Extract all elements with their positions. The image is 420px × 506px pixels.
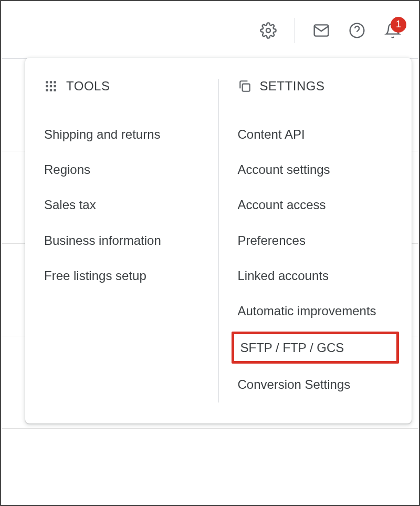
menu-item-automatic-improvements[interactable]: Automatic improvements xyxy=(238,293,393,328)
svg-rect-4 xyxy=(46,81,48,83)
dropdown-panel: TOOLS Shipping and returns Regions Sales… xyxy=(25,58,412,424)
svg-rect-9 xyxy=(54,85,56,87)
tools-header: TOOLS xyxy=(44,79,200,94)
menu-item-preferences[interactable]: Preferences xyxy=(238,223,393,258)
menu-item-conversion-settings[interactable]: Conversion Settings xyxy=(238,367,393,402)
settings-title: SETTINGS xyxy=(260,79,325,94)
svg-rect-11 xyxy=(50,89,52,91)
svg-rect-5 xyxy=(50,81,52,83)
mail-icon[interactable] xyxy=(312,21,331,40)
svg-rect-6 xyxy=(54,81,56,83)
tools-column: TOOLS Shipping and returns Regions Sales… xyxy=(25,79,219,402)
bell-icon[interactable]: 1 xyxy=(383,21,402,40)
menu-item-account-settings[interactable]: Account settings xyxy=(238,152,393,187)
menu-item-account-access[interactable]: Account access xyxy=(238,187,393,222)
menu-item-content-api[interactable]: Content API xyxy=(238,117,393,152)
svg-rect-8 xyxy=(50,85,52,87)
notification-badge: 1 xyxy=(391,17,406,33)
menu-item-free-listings-setup[interactable]: Free listings setup xyxy=(44,258,200,293)
menu-item-shipping-returns[interactable]: Shipping and returns xyxy=(44,117,200,152)
menu-item-linked-accounts[interactable]: Linked accounts xyxy=(238,258,393,293)
svg-rect-12 xyxy=(54,89,56,91)
svg-point-2 xyxy=(350,23,364,37)
copy-icon xyxy=(238,79,251,93)
menu-item-sales-tax[interactable]: Sales tax xyxy=(44,187,200,222)
header-divider xyxy=(295,18,295,43)
help-icon[interactable] xyxy=(348,21,366,40)
menu-item-regions[interactable]: Regions xyxy=(44,152,200,187)
tools-title: TOOLS xyxy=(66,79,110,94)
settings-column: SETTINGS Content API Account settings Ac… xyxy=(219,79,412,402)
menu-item-sftp-ftp-gcs[interactable]: SFTP / FTP / GCS xyxy=(232,332,400,364)
gear-icon[interactable] xyxy=(259,21,278,40)
svg-rect-10 xyxy=(46,89,48,91)
svg-point-0 xyxy=(266,28,270,33)
grid-icon xyxy=(44,79,58,93)
settings-header: SETTINGS xyxy=(238,79,393,94)
header-bar: 1 xyxy=(2,2,418,59)
menu-item-business-information[interactable]: Business information xyxy=(44,223,200,258)
svg-rect-7 xyxy=(46,85,48,87)
svg-rect-13 xyxy=(242,84,249,91)
